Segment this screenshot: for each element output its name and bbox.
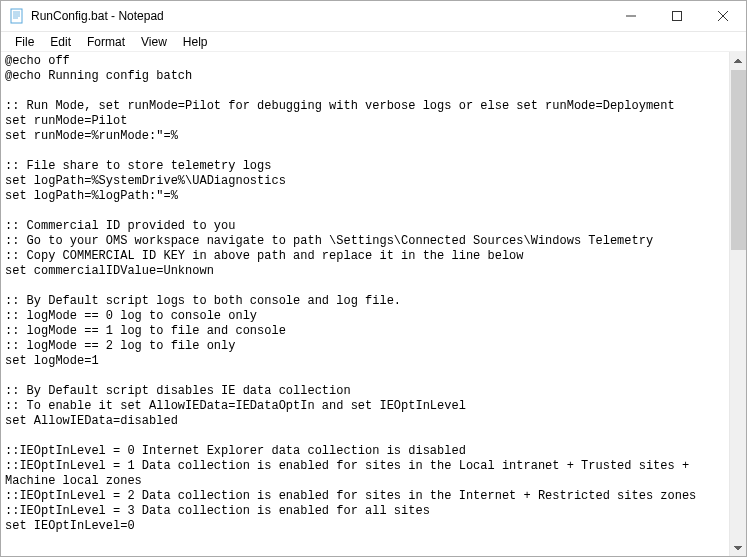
menu-file[interactable]: File (7, 33, 42, 51)
scroll-up-arrow[interactable] (730, 52, 746, 69)
menu-help[interactable]: Help (175, 33, 216, 51)
window-title: RunConfig.bat - Notepad (31, 9, 608, 23)
scroll-down-arrow[interactable] (730, 539, 746, 556)
menubar: File Edit Format View Help (1, 32, 746, 52)
minimize-button[interactable] (608, 1, 654, 31)
window-controls (608, 1, 746, 31)
text-area[interactable]: @echo off @echo Running config batch :: … (1, 52, 729, 556)
scroll-track[interactable] (730, 250, 746, 539)
scroll-thumb[interactable] (731, 70, 746, 250)
maximize-button[interactable] (654, 1, 700, 31)
menu-format[interactable]: Format (79, 33, 133, 51)
close-button[interactable] (700, 1, 746, 31)
titlebar[interactable]: RunConfig.bat - Notepad (1, 1, 746, 32)
menu-view[interactable]: View (133, 33, 175, 51)
menu-edit[interactable]: Edit (42, 33, 79, 51)
editor-wrap: @echo off @echo Running config batch :: … (1, 52, 746, 556)
svg-rect-6 (673, 12, 682, 21)
vertical-scrollbar[interactable] (729, 52, 746, 556)
notepad-icon (9, 8, 25, 24)
